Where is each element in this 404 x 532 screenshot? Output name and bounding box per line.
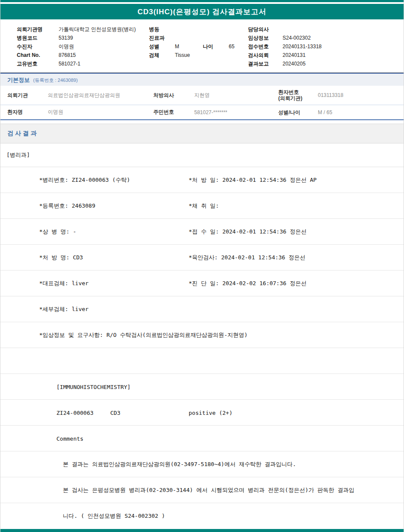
- department-name: [병리과]: [6, 151, 30, 159]
- hospital-code-label: 병원코드: [17, 34, 59, 42]
- department-row: [병리과]: [0, 143, 404, 167]
- ihc-result-value: positive (2+): [189, 409, 233, 416]
- basic-info-title: 기본정보: [7, 76, 30, 84]
- ihc-specimen-no: ZI24-000063: [56, 409, 93, 416]
- ward-label: 병동: [149, 26, 175, 33]
- receipt-no-value: 20240131-13318: [283, 44, 322, 50]
- report-date-label: 결과보고: [248, 60, 283, 68]
- info-row-receipt-no: 접수번호 20240131-13318: [248, 42, 395, 51]
- clinical-request-text: *임상정보 및 요구사항: R/O 수탁검사(의료법인삼광의료재단삼광의원-지현…: [39, 331, 248, 339]
- comment-line-row: 니다. ( 인천성모병원 S24-002302 ): [0, 503, 404, 529]
- info-row-hospital-code: 병원코드 53139: [17, 34, 149, 42]
- report-title-bar: CD3(IHC)(은평성모) 검사결과보고서: [0, 4, 404, 19]
- age-value: 65: [229, 44, 234, 50]
- order-date-label: 검사의뢰: [248, 52, 283, 59]
- pathology-no-text: *병리번호: ZI24-000063 (수탁): [39, 176, 130, 184]
- info-row-examinee: 수진자 이명원: [17, 42, 149, 51]
- resident-no-label: 주민번호: [153, 109, 194, 116]
- clinical-info-value: S24-002302: [283, 35, 311, 41]
- results-section-header: 검 사 결 과: [0, 124, 404, 143]
- patient-no-label-line2: (의뢰기관): [278, 95, 318, 101]
- ihc-result-row: ZI24-000063 CD3 positive (2+): [0, 400, 404, 426]
- result-row-main-specimen: *대표검체: liver *진 단 일: 2024-02-02 16:07:36…: [0, 271, 404, 296]
- order-name-text: *처 방 명: CD3: [39, 254, 83, 261]
- info-row-sex-age: 성별 M 나이 65: [149, 42, 248, 51]
- result-row-sub-specimen: *세부검체: liver: [0, 296, 404, 322]
- result-row-diagnosis-name: *상 병 명: - *접 수 일: 2024-02-01 12:54:36 정은…: [0, 219, 404, 245]
- request-org-label: 의뢰기관명: [17, 26, 59, 33]
- comment-line-2: 본 검사는 은평성모병원 병리과(02-2030-3144) 에서 시행되었으며…: [63, 486, 354, 494]
- patient-name-label: 환자명: [0, 109, 48, 116]
- comment-line-3: 니다. ( 인천성모병원 S24-002302 ): [63, 512, 165, 520]
- top-info-left-column: 의뢰기관명 가톨릭대학교 인천성모병원(병리) 병원코드 53139 수진자 이…: [17, 25, 149, 68]
- chart-no-label: Chart No.: [17, 52, 59, 58]
- result-row-empty: [0, 348, 404, 374]
- age-label: 나이: [203, 43, 229, 50]
- hospital-code-value: 53139: [59, 35, 73, 41]
- sex-age-value: M / 65: [318, 109, 404, 115]
- comment-line-row: 본 결과는 의료법인삼광의료재단삼광의원(02-3497-5180~4)에서 재…: [0, 451, 404, 477]
- result-row-registration-no: *등록번호: 2463089 *채 취 일:: [0, 193, 404, 219]
- request-org-value: 가톨릭대학교 인천성모병원(병리): [59, 26, 136, 33]
- referring-org-value: 의료법인삼광의료재단삼광의원: [48, 92, 153, 99]
- basic-info-subtitle: (등록번호 : 2463089): [33, 77, 78, 84]
- ihc-test-name: CD3: [110, 409, 120, 416]
- sub-specimen-text: *세부검체: liver: [39, 305, 89, 313]
- registration-no-text: *등록번호: 2463089: [39, 202, 95, 210]
- info-row-unique-no: 고유번호 581027-1: [17, 59, 149, 68]
- sex-value: M: [175, 44, 203, 50]
- receipt-no-label: 접수번호: [248, 43, 283, 50]
- info-row-report-date: 결과보고 20240205: [248, 59, 395, 68]
- patient-no-value: 013113318: [318, 92, 404, 98]
- specimen-label: 검체: [149, 52, 175, 59]
- comment-line-1: 본 결과는 의료법인삼광의료재단삼광의원(02-3497-5180~4)에서 재…: [63, 460, 296, 468]
- resident-no-value: 581027-*******: [194, 109, 278, 115]
- sex-age-label: 성별/나이: [278, 109, 318, 115]
- info-row-order-date: 검사의뢰 20240131: [248, 51, 395, 59]
- patient-no-label: 환자번호 (의뢰기관): [278, 89, 318, 101]
- info-row-request-org: 의뢰기관명 가톨릭대학교 인천성모병원(병리): [17, 25, 149, 34]
- ihc-header-row: [IMMUNOHISTOCHEMISTRY]: [0, 374, 404, 400]
- result-row-pathology-no: *병리번호: ZI24-000063 (수탁) *처 방 일: 2024-02-…: [0, 167, 404, 193]
- diagnosis-name-text: *상 병 명: -: [39, 228, 76, 236]
- examinee-value: 이명원: [59, 43, 74, 50]
- sex-label: 성별: [149, 43, 175, 50]
- examinee-label: 수진자: [17, 43, 59, 50]
- bottom-accent-strip: [0, 529, 404, 532]
- prescribing-doctor-label: 처방의사: [153, 92, 194, 99]
- patient-no-label-line1: 환자번호: [278, 89, 318, 95]
- result-row-order-name: *처 방 명: CD3 *육안검사: 2024-02-01 12:54:36 정…: [0, 245, 404, 271]
- info-row-specimen: 검체 Tissue: [149, 51, 248, 59]
- info-row-chart-no: Chart No. 876815: [17, 51, 149, 59]
- basic-info-table: 의뢰기관 의료법인삼광의료재단삼광의원 처방의사 지현영 환자번호 (의뢰기관)…: [0, 86, 404, 120]
- collection-date-text: *채 취 일:: [189, 202, 219, 210]
- report-page: CD3(IHC)(은평성모) 검사결과보고서 의뢰기관명 가톨릭대학교 인천성모…: [0, 0, 404, 532]
- specimen-value: Tissue: [175, 52, 190, 58]
- result-row-clinical-request: *임상정보 및 요구사항: R/O 수탁검사(의료법인삼광의료재단삼광의원-지현…: [0, 322, 404, 348]
- clinical-info-label: 임상정보: [248, 34, 283, 42]
- info-row-clinical-info: 임상정보 S24-002302: [248, 34, 395, 42]
- order-date-value: 20240131: [283, 52, 305, 58]
- gross-exam-text: *육안검사: 2024-02-01 12:54:36 정은선: [189, 254, 305, 261]
- report-title: CD3(IHC)(은평성모) 검사결과보고서: [137, 7, 267, 17]
- referring-org-label: 의뢰기관: [0, 92, 48, 99]
- table-row: 환자명 이명원 주민번호 581027-******* 성별/나이 M / 65: [0, 105, 404, 120]
- main-specimen-text: *대표검체: liver: [39, 280, 89, 287]
- unique-no-value: 581027-1: [59, 61, 81, 67]
- order-datetime-text: *처 방 일: 2024-02-01 12:54:36 정은선 AP: [189, 176, 317, 184]
- patient-name-value: 이명원: [48, 109, 153, 116]
- unique-no-label: 고유번호: [17, 60, 59, 68]
- report-date-value: 20240205: [283, 61, 305, 67]
- comment-line-row: 본 검사는 은평성모병원 병리과(02-2030-3144) 에서 시행되었으며…: [0, 477, 404, 503]
- basic-info-section-header: 기본정보 (등록번호 : 2463089): [0, 73, 404, 86]
- ihc-header-text: [IMMUNOHISTOCHEMISTRY]: [56, 383, 131, 390]
- top-info-block: 의뢰기관명 가톨릭대학교 인천성모병원(병리) 병원코드 53139 수진자 이…: [0, 19, 404, 73]
- comments-label-row: Comments: [0, 426, 404, 451]
- top-info-middle-column: 병동 진료과 성별 M 나이 65 검체 Tissue: [149, 25, 248, 68]
- comments-label: Comments: [56, 435, 84, 442]
- diagnosis-datetime-text: *진 단 일: 2024-02-02 16:07:36 정은선: [189, 280, 307, 287]
- receipt-datetime-text: *접 수 일: 2024-02-01 12:54:36 정은선: [189, 228, 307, 236]
- top-info-right-column: 담당의사 임상정보 S24-002302 접수번호 20240131-13318…: [248, 25, 395, 68]
- clinic-dept-label: 진료과: [149, 34, 175, 42]
- attending-doctor-label: 담당의사: [248, 26, 283, 33]
